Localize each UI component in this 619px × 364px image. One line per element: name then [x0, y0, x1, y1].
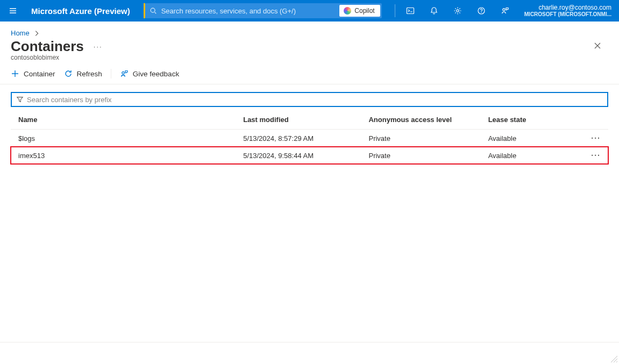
row-more-button[interactable]: ··· — [591, 151, 601, 160]
gear-icon — [453, 6, 462, 15]
col-last-modified[interactable]: Last modified — [238, 110, 363, 130]
cell-lease: Available — [483, 147, 573, 164]
col-name[interactable]: Name — [11, 110, 238, 130]
svg-rect-1 — [407, 8, 414, 14]
global-search[interactable]: Copilot — [145, 3, 382, 18]
col-lease[interactable]: Lease state — [483, 110, 573, 130]
copilot-button[interactable]: Copilot — [339, 5, 380, 17]
resource-name: contosoblobimex — [0, 54, 619, 61]
cell-name: $logs — [11, 130, 238, 147]
containers-table: Name Last modified Anonymous access leve… — [0, 107, 619, 164]
page-header: Containers ··· — [0, 37, 619, 55]
person-feedback-icon — [120, 69, 129, 78]
add-container-label: Container — [24, 70, 55, 78]
close-icon — [593, 41, 602, 50]
copilot-label: Copilot — [354, 7, 374, 15]
help-icon — [477, 6, 486, 15]
filter-row — [0, 84, 619, 107]
hamburger-icon — [9, 6, 17, 15]
account-email: charlie.roy@contoso.com — [538, 4, 611, 11]
command-bar: Container Refresh Give feedback — [0, 61, 619, 84]
cell-access: Private — [363, 147, 482, 164]
resize-handle-icon[interactable] — [610, 355, 618, 363]
add-container-button[interactable]: Container — [11, 69, 55, 78]
refresh-icon — [64, 69, 73, 78]
cell-lease: Available — [483, 130, 573, 147]
feedback-button[interactable] — [495, 0, 515, 22]
cell-access: Private — [363, 130, 482, 147]
account-tenant: MICROSOFT (MICROSOFT.ONMI... — [524, 11, 611, 17]
bell-icon — [430, 6, 438, 15]
table-row[interactable]: imex5135/13/2024, 9:58:44 AMPrivateAvail… — [11, 147, 608, 164]
feedback-tool-label: Give feedback — [133, 70, 179, 78]
refresh-label: Refresh — [77, 70, 102, 78]
table-row[interactable]: $logs5/13/2024, 8:57:29 AMPrivateAvailab… — [11, 130, 608, 147]
refresh-button[interactable]: Refresh — [64, 69, 102, 78]
copilot-icon — [344, 7, 351, 15]
azure-top-header: Microsoft Azure (Preview) Copilot charli… — [0, 0, 619, 22]
cell-last-modified: 5/13/2024, 9:58:44 AM — [238, 147, 363, 164]
settings-button[interactable] — [448, 0, 467, 22]
breadcrumb: Home — [0, 22, 619, 37]
svg-point-2 — [457, 10, 459, 12]
brand-title[interactable]: Microsoft Azure (Preview) — [28, 6, 133, 16]
row-more-button[interactable]: ··· — [591, 134, 601, 142]
cell-name: imex513 — [11, 147, 238, 164]
page-title: Containers — [11, 38, 84, 55]
cell-last-modified: 5/13/2024, 8:57:29 AM — [238, 130, 363, 147]
chevron-right-icon — [33, 30, 40, 37]
filter-box[interactable] — [11, 92, 608, 107]
col-menu — [572, 110, 608, 130]
bottom-separator — [0, 342, 619, 342]
person-feedback-icon — [501, 6, 509, 15]
plus-icon — [11, 69, 19, 78]
col-access[interactable]: Anonymous access level — [363, 110, 482, 130]
close-blade-button[interactable] — [593, 41, 602, 50]
hamburger-menu-button[interactable] — [2, 0, 24, 22]
svg-point-5 — [503, 9, 505, 11]
page-title-more-button[interactable]: ··· — [94, 42, 103, 51]
cloud-shell-button[interactable] — [401, 0, 420, 22]
feedback-tool-button[interactable]: Give feedback — [120, 69, 179, 78]
table-header-row: Name Last modified Anonymous access leve… — [11, 110, 608, 130]
svg-point-6 — [122, 72, 124, 74]
toolbar-separator — [111, 69, 111, 78]
header-separator — [395, 4, 395, 17]
breadcrumb-item-home[interactable]: Home — [11, 29, 30, 37]
cloud-shell-icon — [406, 6, 415, 15]
notifications-button[interactable] — [424, 0, 444, 22]
account-menu[interactable]: charlie.roy@contoso.com MICROSOFT (MICRO… — [519, 4, 615, 17]
filter-input[interactable] — [12, 93, 607, 106]
svg-point-4 — [481, 12, 481, 13]
help-button[interactable] — [472, 0, 491, 22]
